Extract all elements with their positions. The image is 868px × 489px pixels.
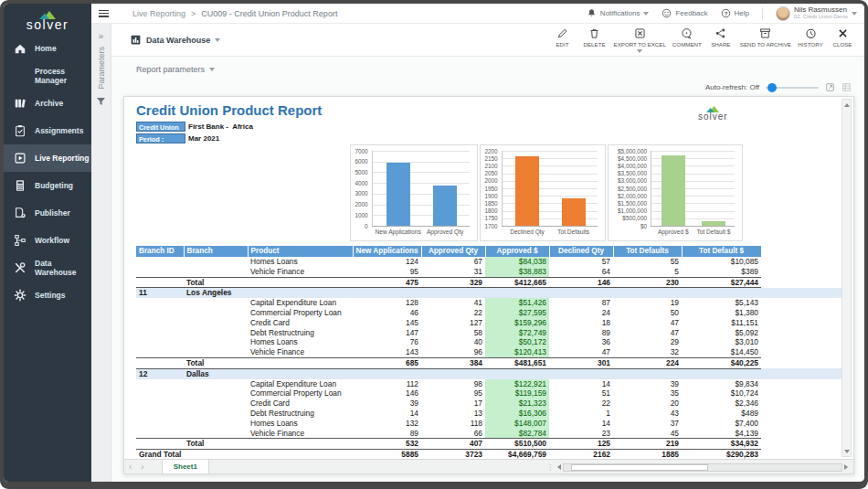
report-content-area: Report parameters Auto-refresh: Off Cred… [111, 57, 864, 482]
feedback-button[interactable]: Feedback [662, 8, 707, 18]
trash-icon [588, 27, 600, 39]
divider [762, 7, 763, 20]
table-row: Debt Restructruing14758$72,7498947$5,092 [136, 328, 842, 338]
chart-declined-defaults: 1700175018001850190019502000205021002150… [480, 144, 606, 241]
close-button[interactable]: CLOSE [830, 27, 855, 53]
sheet-tab[interactable]: Sheet1 [162, 460, 209, 473]
delete-button[interactable]: DELETE [582, 27, 608, 53]
workflow-icon [13, 234, 26, 248]
user-menu[interactable]: Nils Rasmussen 02. Credit Union Demo [776, 6, 857, 21]
report-solver-logo: solver [698, 106, 728, 121]
report-table-wrap: Branch IDBranchProductNew ApplicationsAp… [136, 246, 842, 462]
parameters-panel-label: Parameters [97, 47, 106, 90]
sidebar-item-budgeting[interactable]: Budgeting [4, 172, 91, 199]
report-toolbar: Data Warehouse EDIT DELETE EXPORT TO EXC… [111, 24, 864, 57]
filter-value-credit-union: First Bank - Africa [188, 122, 253, 131]
column-header: Product [248, 246, 353, 257]
tools-icon [13, 261, 26, 275]
share-button[interactable]: SHARE [708, 27, 734, 53]
edit-button[interactable]: EDIT [550, 27, 576, 53]
table-row: Total685384$481,651301224$40,225 [136, 357, 842, 368]
sidebar-item-home[interactable]: Home [4, 35, 91, 62]
table-row: 12Dallas [136, 368, 842, 378]
expand-panel-icon[interactable]: » [99, 31, 104, 41]
export-to-excel-button[interactable]: EXPORT TO EXCEL [614, 27, 666, 53]
chart-applications: 01000200030004000500060007000New Applica… [350, 144, 478, 241]
bell-icon [587, 8, 597, 18]
scrollbar-thumb[interactable] [571, 464, 708, 471]
chart-bar [702, 221, 725, 226]
report-parameters-button[interactable]: Report parameters [136, 65, 215, 74]
history-button[interactable]: HISTORY [798, 27, 823, 53]
sheet-tab-bar: ‹ › Sheet1 ⋮ [124, 459, 853, 473]
help-button[interactable]: ? Help [721, 8, 749, 18]
chevron-down-icon [209, 68, 215, 71]
scroll-down-button[interactable] [842, 446, 851, 456]
sidebar-item-live-reporting[interactable]: Live Reporting [4, 144, 91, 172]
table-row: Vehicle Finance14396$120,4134732$14,450 [136, 347, 842, 357]
user-name: Nils Rasmussen [794, 6, 848, 14]
next-sheet-button[interactable]: › [136, 461, 148, 473]
share-icon [715, 27, 726, 39]
report-table: Branch IDBranchProductNew ApplicationsAp… [136, 246, 842, 462]
column-header: Tot Defaults [613, 246, 682, 257]
data-source-button[interactable]: Data Warehouse [130, 34, 220, 46]
user-workspace: 02. Credit Union Demo [794, 14, 848, 20]
history-clock-icon [805, 27, 817, 39]
sidebar-item-archive[interactable]: Archive [4, 90, 91, 117]
slider-knob[interactable] [767, 83, 777, 92]
auto-refresh-slider[interactable] [766, 87, 819, 89]
scrollbar-grip-icon: ⋮ [546, 463, 554, 472]
filter-label-period: Period : [136, 133, 185, 144]
live-reporting-icon [13, 152, 26, 165]
table-row: Credit Card3917$21,3232220$2,346 [136, 399, 842, 409]
comment-button[interactable]: COMMENT [672, 27, 702, 53]
horizontal-scrollbar[interactable]: ⋮ [546, 462, 848, 472]
svg-text:?: ? [724, 11, 727, 16]
scroll-up-button[interactable] [842, 100, 851, 110]
send-to-archive-button[interactable]: SEND TO ARCHIVE [740, 27, 791, 53]
sidebar: solver Home Process Manager Archive Assi… [4, 4, 91, 482]
chevron-down-icon [852, 12, 857, 16]
breadcrumb-section[interactable]: Live Reporting [132, 9, 185, 18]
excel-icon [634, 27, 646, 39]
publisher-icon [13, 207, 26, 220]
column-header: Branch ID [136, 246, 184, 257]
archive-icon [13, 97, 26, 111]
sidebar-item-workflow[interactable]: Workflow [4, 227, 91, 254]
chart-bar [386, 163, 410, 226]
sidebar-item-publisher[interactable]: Publisher [4, 199, 91, 227]
breadcrumb-separator: > [191, 9, 196, 18]
notifications-button[interactable]: Notifications [587, 8, 650, 18]
column-header: Declined Qty [549, 246, 613, 257]
table-row: Homes Loans132118$148,0071437$7,400 [136, 419, 842, 429]
calculator-icon [13, 179, 26, 193]
filter-value-period: Mar 2021 [188, 134, 219, 143]
parameters-panel-collapsed: » Parameters [91, 24, 111, 482]
sidebar-item-process-manager[interactable]: Process Manager [4, 62, 91, 90]
chart-bar [562, 198, 586, 226]
table-header-row: Branch IDBranchProductNew ApplicationsAp… [136, 246, 842, 257]
filter-icon[interactable] [96, 97, 106, 106]
grid-view-icon[interactable] [842, 82, 852, 92]
table-row: Vehicle Finance8966$82,7842345$4,139 [136, 429, 842, 439]
table-row: Credit Card145127$159,2961847$11,151 [136, 318, 842, 328]
report-canvas: Credit Union Product Report solver Credi… [123, 96, 854, 474]
sidebar-item-settings[interactable]: Settings [4, 282, 91, 309]
scroll-left-button[interactable] [557, 464, 561, 470]
prev-sheet-button[interactable]: ‹ [124, 461, 136, 473]
chart-bar [662, 155, 685, 226]
chevron-down-icon [637, 49, 642, 53]
sidebar-item-data-warehouse[interactable]: Data Warehouse [4, 254, 91, 282]
chevron-down-icon [215, 38, 220, 42]
scroll-right-button[interactable] [844, 464, 848, 470]
column-header: Approved $ [485, 246, 549, 257]
popout-icon[interactable] [825, 82, 835, 92]
table-row: Total532407$510,500125219$34,932 [136, 439, 842, 450]
vertical-scrollbar[interactable] [842, 99, 852, 457]
menu-icon[interactable] [99, 10, 109, 17]
table-row: Total475329$412,665146230$27,444 [136, 277, 842, 288]
table-row: Commercial Property Loan4622$27,5952450$… [136, 308, 842, 318]
breadcrumb: Live Reporting > CU009 - Credit Union Pr… [132, 9, 337, 18]
sidebar-item-assignments[interactable]: Assignments [4, 117, 91, 144]
